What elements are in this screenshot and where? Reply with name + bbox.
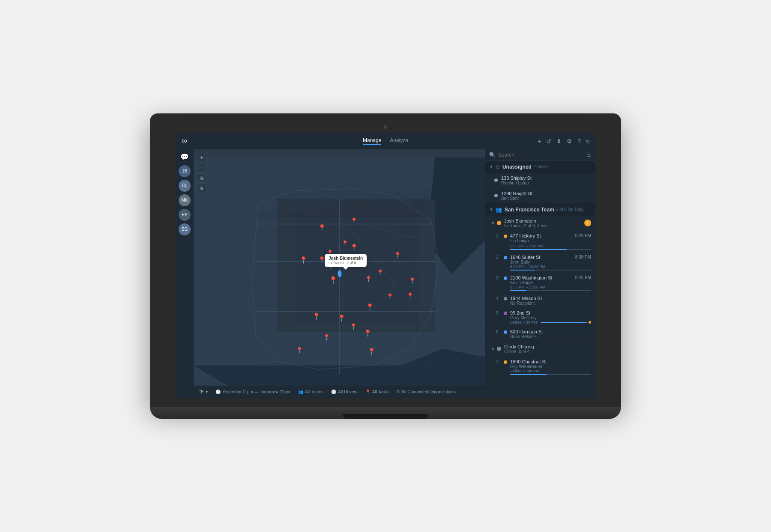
tab-analyze[interactable]: Analyze: [390, 137, 408, 145]
all-teams-label: All Teams: [305, 389, 323, 394]
search-input[interactable]: [498, 152, 584, 158]
route-josh-3[interactable]: 3 2100 Washington St 8:45 PM Kevin Angel…: [485, 273, 595, 294]
add-icon[interactable]: +: [538, 138, 541, 145]
tab-manage[interactable]: Manage: [363, 137, 381, 145]
download-icon[interactable]: ⬇: [556, 138, 562, 145]
driver-cindy-info: Cindy Cheung Offline, 0 of 4: [504, 344, 591, 354]
task-info-2: 1298 Haight St Ben Stott: [501, 191, 591, 201]
unassigned-section-header[interactable]: ▼ ⊙ Unassigned 2 Tasks: [485, 161, 595, 173]
pin-blue-1[interactable]: 📍: [341, 240, 349, 247]
binoculars-item[interactable]: 🔭 ▾: [199, 389, 208, 394]
route-dot-3: [504, 276, 507, 280]
app-container: ∞ Manage Analyze + ↺ ⬇ ⚙ ? ⎋: [176, 133, 595, 398]
route-num-3: 3: [496, 276, 502, 280]
route-info-2: 1646 Sutter St 8:38 PM John Baily 8:00 P…: [510, 255, 591, 270]
route-josh-2[interactable]: 2 1646 Sutter St 8:38 PM John Baily 8:00…: [485, 253, 595, 273]
map-svg: 📍 📍 📍 📍 📍 📍 📍 📍 📍 📍 📍: [194, 149, 485, 398]
pin-yellow-2[interactable]: 📍: [364, 329, 372, 337]
avatar-4[interactable]: RP: [179, 209, 191, 221]
time-range-label: Yesterday 11pm — Tomorrow 12am: [222, 389, 290, 394]
pin-purple-3[interactable]: 📍: [318, 256, 326, 264]
pin-purple-5[interactable]: 📍: [406, 292, 414, 300]
avatar-1[interactable]: JB: [179, 165, 191, 177]
avatar-3[interactable]: MK: [179, 194, 191, 206]
pin-blue-5[interactable]: 📍: [386, 293, 394, 300]
pin-yellow-1[interactable]: 📍: [366, 303, 374, 311]
route-info-1: 477 Hickory St 8:26 PM Lia Longo 5:00 PM…: [510, 233, 591, 250]
pin-purple-2[interactable]: 📍: [350, 243, 359, 251]
pin-green-1[interactable]: 📍: [318, 224, 326, 232]
task-address-1: 133 Shipley St: [501, 175, 591, 181]
recenter-button[interactable]: ◎: [197, 173, 206, 183]
laptop-base: [150, 407, 621, 419]
avatar-2[interactable]: CL: [179, 180, 191, 192]
refresh-icon[interactable]: ↺: [546, 138, 551, 145]
pin-icon: 📍: [365, 389, 371, 394]
time-range-item[interactable]: 🕐 Yesterday 11pm — Tomorrow 12am: [215, 389, 290, 394]
pin-gray-1[interactable]: 📍: [350, 217, 358, 225]
route-person-6: Brian Rekasis: [510, 334, 591, 339]
all-drivers-item[interactable]: ⚪ All Drivers: [331, 389, 358, 394]
route-num-2: 2: [496, 255, 502, 260]
route-cindy-dot-1: [504, 360, 507, 364]
driver-josh[interactable]: ▼ Josh Blumstein In Transit, 2 of 6, 4 m…: [485, 216, 595, 231]
logout-icon[interactable]: ⎋: [586, 138, 589, 145]
route-cindy-1[interactable]: 1 1800 Chestnut St Izzy Weberbauer Befor…: [485, 357, 595, 377]
route-cindy-info-1: 1800 Chestnut St Izzy Weberbauer Before …: [510, 359, 591, 375]
map-area[interactable]: 📍 📍 📍 📍 📍 📍 📍 📍 📍 📍 📍: [194, 149, 485, 398]
organizations-item[interactable]: © All Connected Organizations: [397, 389, 456, 394]
chat-icon[interactable]: 💬: [180, 153, 189, 161]
route-cindy-window-1: Before 11:00 PM: [510, 369, 591, 373]
pin-gray-3[interactable]: 📍: [296, 346, 303, 354]
pin-josh-active[interactable]: 📍: [329, 276, 338, 285]
avatar-5[interactable]: SG: [179, 223, 191, 235]
driver-dot-icon: ⚪: [331, 389, 336, 394]
pin-blue-3[interactable]: 📍: [365, 276, 372, 283]
pin-purple-4[interactable]: 📍: [394, 252, 401, 259]
settings-icon[interactable]: ⚙: [567, 138, 572, 145]
help-icon[interactable]: ?: [577, 138, 581, 145]
route-window-3: 8:30 PM – 11:00 PM: [510, 285, 591, 289]
route-time-1: 8:26 PM: [575, 233, 591, 238]
route-address-1: 477 Hickory St: [510, 233, 541, 238]
route-bar-3: [510, 290, 591, 291]
pin-blue-4[interactable]: 📍: [409, 277, 416, 285]
route-cindy-bar-1: [510, 374, 591, 375]
route-josh-5[interactable]: 5 99 2nd St Gray McCarty Before 7:30 PM: [485, 308, 595, 327]
driver-cindy-dot: [497, 347, 501, 351]
route-person-5: Gray McCarty: [510, 315, 591, 320]
all-teams-item[interactable]: 👥 All Teams: [298, 389, 323, 394]
route-num-6: 6: [496, 330, 502, 334]
task-dot-2: [494, 194, 498, 197]
laptop: ∞ Manage Analyze + ↺ ⬇ ⚙ ? ⎋: [150, 113, 621, 419]
route-bar-1: [510, 249, 591, 250]
pin-purple-1[interactable]: 📍: [299, 256, 308, 264]
sf-team-title: San Francisco Team: [505, 207, 554, 213]
sf-team-icon: 👥: [496, 207, 502, 213]
pin-blue-7[interactable]: 📍: [377, 269, 384, 276]
route-address-3: 2100 Washington St: [510, 275, 553, 280]
unassigned-task-1[interactable]: 133 Shipley St Rinchen Lama: [485, 173, 595, 188]
unassigned-subtitle: 2 Tasks: [533, 164, 548, 169]
route-info-3: 2100 Washington St 8:45 PM Kevin Angel 8…: [510, 275, 591, 291]
pin-purple-6[interactable]: 📍: [312, 312, 321, 320]
driver-cindy-chevron: ▼: [491, 347, 495, 351]
route-josh-4[interactable]: 4 1944 Mason St No Recipient: [485, 294, 595, 308]
zoom-out-button[interactable]: −: [197, 163, 206, 172]
list-view-icon[interactable]: ☰: [586, 152, 591, 158]
route-josh-1[interactable]: 1 477 Hickory St 8:26 PM Lia Longo: [485, 231, 595, 253]
zoom-in-button[interactable]: +: [197, 153, 206, 162]
pin-gray-2[interactable]: 📍: [350, 323, 357, 330]
pin-blue-6[interactable]: 📍: [323, 334, 330, 341]
driver-cindy[interactable]: ▼ Cindy Cheung Offline, 0 of 4: [485, 342, 595, 357]
layers-button[interactable]: ⊕: [197, 184, 206, 193]
pin-blue-2[interactable]: 📍: [326, 250, 334, 257]
pin-purple-7[interactable]: 📍: [338, 314, 346, 322]
route-josh-6[interactable]: 6 600 Harrison St Brian Rekasis: [485, 327, 595, 342]
toolbar-actions: + ↺ ⬇ ⚙ ? ⎋: [538, 138, 589, 145]
unassigned-task-2[interactable]: 1298 Haight St Ben Stott: [485, 188, 595, 204]
pin-purple-8[interactable]: 📍: [368, 347, 376, 355]
sf-team-header[interactable]: ▼ 👥 San Francisco Team 5 of 8 On Duty: [485, 204, 595, 216]
all-tasks-item[interactable]: 📍 All Tasks: [365, 389, 389, 394]
route-person-2: John Baily: [510, 260, 591, 265]
